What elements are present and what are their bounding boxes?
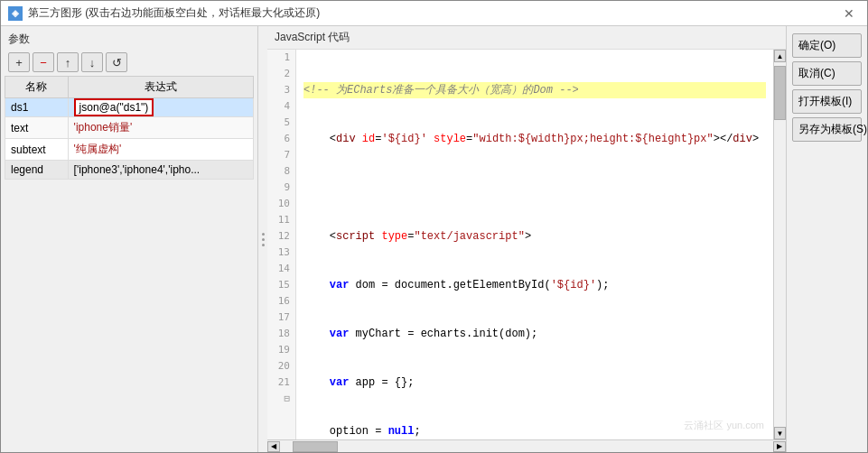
code-line: var myChart = echarts.init(dom);: [303, 326, 766, 342]
line-num: 16: [267, 293, 295, 310]
params-table-container: 名称 表达式 ds1 json@a("ds1") text: [5, 76, 254, 452]
line-num: 4: [267, 98, 295, 115]
code-line: <script type="text/javascript">: [303, 228, 766, 245]
table-row[interactable]: text 'iphone销量': [5, 117, 254, 139]
title-bar-left: ◈ 第三方图形 (双击右边功能面板空白处，对话框最大化或还原): [8, 5, 320, 21]
row-name: ds1: [5, 98, 69, 117]
line-num: 14: [267, 261, 295, 277]
table-row[interactable]: legend ['iphone3','iphone4','ipho...: [5, 161, 254, 180]
dialog-title: 第三方图形 (双击右边功能面板空白处，对话框最大化或还原): [28, 5, 320, 21]
table-row[interactable]: ds1 json@a("ds1"): [5, 98, 254, 117]
line-num: 10: [267, 196, 295, 212]
line-num: 11: [267, 212, 295, 228]
line-num: 7: [267, 147, 295, 163]
params-label: 参数: [1, 26, 257, 51]
scroll-left-arrow[interactable]: ◀: [267, 441, 280, 452]
refresh-button[interactable]: ↺: [106, 52, 127, 72]
scroll-right-arrow[interactable]: ▶: [773, 441, 786, 452]
dialog-icon: ◈: [8, 6, 23, 21]
cancel-button[interactable]: 取消(C): [792, 61, 862, 86]
vertical-scrollbar[interactable]: ▲ ▼: [773, 50, 786, 439]
line-num: 1: [267, 50, 295, 66]
line-num: 2: [267, 66, 295, 82]
code-scroll[interactable]: <!-- 为ECharts准备一个具备大小（宽高）的Dom --> <div i…: [296, 50, 773, 439]
line-num: 20: [267, 358, 295, 374]
dot: [262, 238, 265, 241]
close-button[interactable]: ✕: [838, 5, 860, 23]
down-button[interactable]: ↓: [81, 52, 103, 72]
code-line: option = null;: [303, 423, 766, 439]
params-table: 名称 表达式 ds1 json@a("ds1") text: [5, 76, 254, 180]
row-expr[interactable]: json@a("ds1"): [68, 98, 253, 117]
dot: [262, 233, 265, 236]
line-num: 21 ⊟: [267, 374, 295, 391]
remove-button[interactable]: −: [33, 52, 54, 72]
cell-highlight[interactable]: json@a("ds1"): [74, 98, 154, 116]
line-num: 18: [267, 326, 295, 342]
row-name: text: [5, 117, 69, 139]
code-line: <!-- 为ECharts准备一个具备大小（宽高）的Dom -->: [303, 82, 766, 98]
code-area: 1 2 3 4 5 6 7 8 9 10 11 12 13 14: [267, 50, 773, 439]
up-button[interactable]: ↑: [57, 52, 79, 72]
left-panel: 参数 + − ↑ ↓ ↺ 名称 表达式: [1, 26, 258, 452]
scroll-thumb[interactable]: [774, 66, 786, 120]
main-content: 参数 + − ↑ ↓ ↺ 名称 表达式: [1, 26, 867, 452]
line-num: 9: [267, 180, 295, 196]
line-num: 5: [267, 115, 295, 131]
line-num: 3: [267, 82, 295, 98]
line-num: 15: [267, 277, 295, 293]
line-num: 6: [267, 131, 295, 147]
open-template-button[interactable]: 打开模板(I): [792, 89, 862, 114]
line-num: 19: [267, 342, 295, 358]
add-button[interactable]: +: [8, 52, 30, 72]
code-line: var app = {};: [303, 374, 766, 391]
code-panel: JavaScript 代码 1 2 3 4 5 6 7 8 9 10: [267, 26, 786, 452]
scroll-down-arrow[interactable]: ▼: [774, 427, 786, 439]
code-line: [303, 180, 766, 196]
row-name: subtext: [5, 139, 69, 161]
horizontal-scrollbar[interactable]: ◀ ▶: [267, 439, 786, 452]
row-expr: 'iphone销量': [68, 117, 253, 139]
code-line: <div id='${id}' style="width:${width}px;…: [303, 131, 766, 147]
table-row[interactable]: subtext '纯属虚构': [5, 139, 254, 161]
row-expr: ['iphone3','iphone4','ipho...: [68, 161, 253, 180]
resize-handle[interactable]: [258, 26, 267, 452]
dot: [262, 244, 265, 246]
line-num: 17: [267, 310, 295, 326]
col-name-header: 名称: [5, 77, 69, 98]
action-buttons: 确定(O) 取消(C) 打开模板(I) 另存为模板(S): [786, 26, 867, 452]
confirm-button[interactable]: 确定(O): [792, 33, 862, 58]
save-as-template-button[interactable]: 另存为模板(S): [792, 117, 862, 142]
row-expr: '纯属虚构': [68, 139, 253, 161]
scroll-up-arrow[interactable]: ▲: [774, 50, 786, 62]
line-numbers: 1 2 3 4 5 6 7 8 9 10 11 12 13 14: [267, 50, 296, 439]
h-scroll-thumb[interactable]: [293, 441, 338, 452]
line-num: 12: [267, 228, 295, 245]
row-name: legend: [5, 161, 69, 180]
code-line: var dom = document.getElementById('${id}…: [303, 277, 766, 293]
code-header: JavaScript 代码: [267, 26, 786, 50]
line-num: 8: [267, 163, 295, 180]
col-expr-header: 表达式: [68, 77, 253, 98]
dialog: ◈ 第三方图形 (双击右边功能面板空白处，对话框最大化或还原) ✕ 参数 + −…: [0, 0, 868, 453]
title-bar: ◈ 第三方图形 (双击右边功能面板空白处，对话框最大化或还原) ✕: [1, 1, 867, 26]
code-content: <!-- 为ECharts准备一个具备大小（宽高）的Dom --> <div i…: [296, 50, 773, 439]
line-num: 13: [267, 245, 295, 261]
toolbar: + − ↑ ↓ ↺: [1, 51, 257, 76]
